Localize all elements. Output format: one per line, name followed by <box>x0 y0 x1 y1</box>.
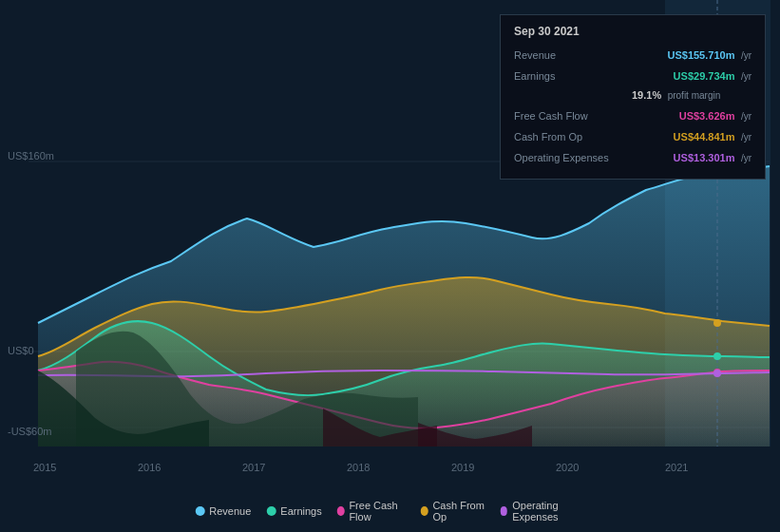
legend-item-revenue[interactable]: Revenue <box>195 505 251 517</box>
tooltip-label-opex: Operating Expenses <box>514 152 628 163</box>
tooltip-unit-earnings: /yr <box>741 71 751 82</box>
legend-dot-revenue <box>195 506 204 516</box>
y-label-top: US$160m <box>8 150 54 162</box>
legend-label-fcf: Free Cash Flow <box>349 500 405 522</box>
legend-dot-cashfromop <box>421 506 428 516</box>
x-label-2021: 2021 <box>665 462 688 473</box>
legend-item-cashfromop[interactable]: Cash From Op <box>421 500 485 522</box>
legend-item-opex[interactable]: Operating Expenses <box>501 500 585 522</box>
x-label-2018: 2018 <box>347 462 370 473</box>
y-label-mid: US$0 <box>8 345 34 356</box>
tooltip-row-opex: Operating Expenses US$13.301m /yr <box>514 148 751 165</box>
x-label-2015: 2015 <box>33 462 56 473</box>
legend-label-opex: Operating Expenses <box>512 500 585 522</box>
tooltip-unit-revenue: /yr <box>741 50 751 61</box>
x-label-2019: 2019 <box>451 462 474 473</box>
tooltip-row-cashfromop: Cash From Op US$44.841m /yr <box>514 127 751 144</box>
legend-label-cashfromop: Cash From Op <box>432 500 485 522</box>
legend-dot-fcf <box>337 506 345 516</box>
tooltip-label-cashfromop: Cash From Op <box>514 131 628 142</box>
legend-dot-opex <box>501 506 508 516</box>
svg-point-7 <box>713 319 721 327</box>
tooltip-label-earnings: Earnings <box>514 70 628 82</box>
legend-item-fcf[interactable]: Free Cash Flow <box>337 500 406 522</box>
svg-point-10 <box>713 370 721 377</box>
tooltip-row-fcf: Free Cash Flow US$3.626m /yr <box>514 106 751 124</box>
legend-label-revenue: Revenue <box>209 505 251 517</box>
x-label-2016: 2016 <box>138 462 161 473</box>
tooltip-row-earnings: Earnings US$29.734m /yr <box>514 66 751 84</box>
tooltip-label-fcf: Free Cash Flow <box>514 110 628 122</box>
x-label-2020: 2020 <box>556 462 579 473</box>
tooltip-value-cashfromop: US$44.841m <box>674 131 735 142</box>
x-label-2017: 2017 <box>242 462 265 473</box>
tooltip-value-fcf: US$3.626m <box>679 110 735 122</box>
y-label-bot: -US$60m <box>8 426 51 437</box>
tooltip-value-margin: 19.1% <box>632 89 661 101</box>
tooltip-value-opex: US$13.301m <box>674 152 735 163</box>
svg-point-8 <box>713 352 721 360</box>
tooltip-value-revenue: US$155.710m <box>667 49 734 61</box>
tooltip-unit-cashfromop: /yr <box>741 132 751 142</box>
legend-dot-earnings <box>266 506 276 516</box>
tooltip-unit-margin: profit margin <box>668 90 721 101</box>
tooltip-row-revenue: Revenue US$155.710m /yr <box>514 46 751 63</box>
tooltip-unit-fcf: /yr <box>741 111 751 122</box>
tooltip-date: Sep 30 2021 <box>514 25 751 38</box>
tooltip-box: Sep 30 2021 Revenue US$155.710m /yr Earn… <box>500 14 766 180</box>
tooltip-unit-opex: /yr <box>741 153 751 163</box>
tooltip-value-earnings: US$29.734m <box>674 70 735 82</box>
tooltip-label-revenue: Revenue <box>514 49 628 61</box>
legend: Revenue Earnings Free Cash Flow Cash Fro… <box>195 500 585 522</box>
tooltip-row-margin: 19.1% profit margin <box>628 86 751 103</box>
chart-container: US$160m US$0 -US$60m 2015 2016 2017 2018… <box>0 0 780 532</box>
legend-item-earnings[interactable]: Earnings <box>266 505 321 517</box>
legend-label-earnings: Earnings <box>280 505 321 517</box>
